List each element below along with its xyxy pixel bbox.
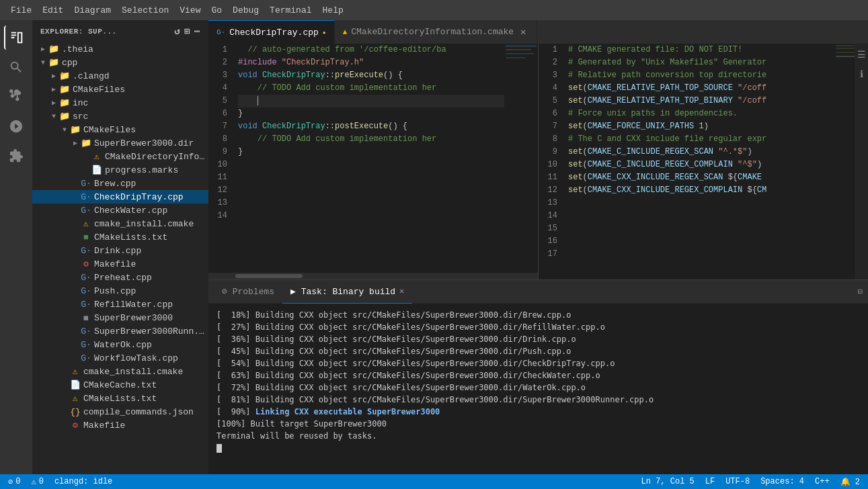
tab-cmakedirinfo[interactable]: ▲ CMakeDirectoryInformation.cmake ✕ — [335, 20, 537, 44]
sidebar-item-superbrewer-runner[interactable]: G· SuperBrewer3000Runn... — [32, 324, 208, 338]
maximize-panel-icon[interactable]: ⊟ — [858, 287, 863, 297]
sidebar-item-compile-commands[interactable]: {} compile_commands.json — [32, 405, 208, 418]
sidebar-item-makefile2[interactable]: ⚙ Makefile — [32, 418, 208, 432]
layout-icon[interactable]: ☰ — [857, 49, 866, 60]
sidebar-item-cmake-install2[interactable]: ⚠ cmake_install.cmake — [32, 365, 208, 378]
sidebar-item-cmakelists2[interactable]: ⚠ CMakeLists.txt — [32, 392, 208, 405]
menu-edit[interactable]: Edit — [37, 3, 69, 18]
svg-rect-3 — [506, 57, 526, 58]
sidebar-item-inc[interactable]: ▶ 📁 inc — [32, 96, 208, 109]
status-encoding[interactable]: UTF-8 — [723, 477, 752, 486]
sidebar-item-refillwater-cpp[interactable]: G· RefillWater.cpp — [32, 298, 208, 311]
terminal-line: [ 54%] Building CXX object src/CMakeFile… — [216, 357, 860, 369]
sidebar-item-cmake-dir-info[interactable]: ⚠ CMakeDirectoryInfor... — [32, 150, 208, 163]
menu-selection[interactable]: Selection — [116, 3, 174, 18]
panel-tab-problems[interactable]: ⊘ Problems — [214, 280, 282, 304]
sidebar-item-superbrewer3000[interactable]: ◼ SuperBrewer3000 — [32, 311, 208, 324]
code-line: set(CMAKE_C_INCLUDE_REGEX_COMPLAIN "^$") — [568, 159, 834, 171]
sidebar-item-workflowtask-cpp[interactable]: G· WorkflowTask.cpp — [32, 351, 208, 365]
menu-go[interactable]: Go — [206, 3, 227, 18]
json-icon: {} — [70, 406, 81, 417]
cmake-warn-icon: ⚠ — [81, 218, 91, 229]
sidebar-item-brew-cpp[interactable]: G· Brew.cpp — [32, 177, 208, 190]
sidebar-title: EXPLORER: SUP... — [40, 28, 117, 36]
status-eol[interactable]: LF — [703, 477, 717, 486]
sidebar-item-drink-cpp[interactable]: G· Drink.cpp — [32, 244, 208, 257]
right-code-lines: # CMAKE generated file: DO NOT EDIT! # G… — [563, 44, 834, 279]
cpp-icon: G· — [81, 299, 91, 310]
status-errors[interactable]: ⊘ 0 — [5, 477, 23, 487]
chevron-icon: ▶ — [38, 44, 48, 54]
sidebar-item-push-cpp[interactable]: G· Push.cpp — [32, 284, 208, 298]
status-bar: ⊘ 0 ⚠ 0 clangd: idle Ln 7, Col 5 LF UTF-… — [0, 474, 868, 489]
menu-help[interactable]: Help — [317, 3, 349, 18]
sidebar-item-clangd[interactable]: ▶ 📁 .clangd — [32, 69, 208, 83]
sidebar-item-cmakelists[interactable]: ■ CMakeLists.txt — [32, 230, 208, 244]
chevron-spacer — [59, 393, 70, 404]
sidebar-item-makefile[interactable]: ⚙ Makefile — [32, 257, 208, 271]
sidebar-item-checkwater-cpp[interactable]: G· CheckWater.cpp — [32, 204, 208, 217]
sidebar-item-cmakefiles[interactable]: ▶ 📁 CMakeFiles — [32, 83, 208, 96]
cpp-icon: G· — [81, 285, 91, 296]
chevron-spacer — [70, 178, 81, 189]
activity-explorer[interactable] — [4, 26, 28, 50]
menu-debug[interactable]: Debug — [227, 3, 264, 18]
activity-git[interactable] — [4, 85, 28, 109]
info-icon[interactable]: ℹ — [860, 69, 863, 80]
sidebar-tree: ▶ 📁 .theia ▼ 📁 cpp ▶ 📁 .clangd ▶ — [32, 42, 208, 474]
menubar: File Edit Diagram Selection View Go Debu… — [0, 0, 868, 20]
right-code-content[interactable]: 12345 678910 1112131415 1617 # CMAKE gen… — [539, 44, 868, 279]
status-spaces[interactable]: Spaces: 4 — [758, 477, 807, 486]
sidebar-item-cmake-install[interactable]: ⚠ cmake_install.cmake — [32, 217, 208, 230]
tab-checkdrip[interactable]: G· CheckDripTray.cpp ● — [208, 20, 335, 44]
activity-search[interactable] — [4, 55, 28, 79]
makefile-icon: ⚙ — [81, 259, 91, 269]
status-clangd[interactable]: clangd: idle — [52, 477, 115, 486]
status-language[interactable]: C++ — [812, 477, 832, 486]
status-position[interactable]: Ln 7, Col 5 — [639, 477, 697, 486]
tab-close-button[interactable]: ✕ — [518, 27, 528, 38]
menu-file[interactable]: File — [5, 3, 37, 18]
status-notifications[interactable]: 🔔 2 — [838, 477, 863, 487]
sidebar-item-src[interactable]: ▼ 📁 src — [32, 109, 208, 123]
terminal-content[interactable]: [ 18%] Building CXX object src/CMakeFile… — [208, 304, 868, 474]
sidebar-item-label: Preheat.cpp — [94, 273, 152, 283]
sidebar-item-cpp[interactable]: ▼ 📁 cpp — [32, 56, 208, 69]
menu-diagram[interactable]: Diagram — [69, 3, 116, 18]
code-line: #include "CheckDripTray.h" — [238, 56, 504, 69]
svg-rect-2 — [506, 53, 534, 54]
folder-icon: 📁 — [48, 57, 59, 68]
new-file-icon[interactable]: ⊞ — [184, 26, 190, 37]
activity-extensions[interactable] — [4, 144, 28, 168]
sidebar-item-src-cmakefiles[interactable]: ▼ 📁 CMakeFiles — [32, 123, 208, 136]
chevron-spacer — [59, 380, 70, 390]
panel-close-button[interactable]: ✕ — [399, 286, 404, 296]
code-line: // auto-generated from '/coffee-editor/b… — [238, 44, 504, 56]
cpp-icon: G· — [81, 178, 91, 189]
more-actions-icon[interactable]: ⋯ — [194, 26, 200, 37]
sidebar-item-waterok-cpp[interactable]: G· WaterOk.cpp — [32, 338, 208, 351]
sidebar-item-superbrewer-dir[interactable]: ▶ 📁 SuperBrewer3000.dir — [32, 136, 208, 150]
panel-tab-task[interactable]: ▶ Task: Binary build ✕ — [282, 280, 412, 304]
refresh-icon[interactable]: ↺ — [174, 26, 180, 37]
activity-debug[interactable] — [4, 114, 28, 138]
code-line: } — [238, 146, 504, 159]
warning-count: 0 — [39, 477, 44, 486]
sidebar-item-preheat-cpp[interactable]: G· Preheat.cpp — [32, 271, 208, 284]
sidebar-item-progress-marks[interactable]: 📄 progress.marks — [32, 163, 208, 177]
chevron-spacer — [59, 406, 70, 417]
error-count: 0 — [15, 477, 20, 486]
folder-icon: 📁 — [70, 124, 81, 135]
sidebar-item-checkdrip-cpp[interactable]: G· CheckDripTray.cpp — [32, 190, 208, 204]
code-line: set(CMAKE_CXX_INCLUDE_REGEX_SCAN ${CMAKE — [568, 171, 834, 184]
status-warnings[interactable]: ⚠ 0 — [28, 477, 46, 487]
sidebar-item-theia[interactable]: ▶ 📁 .theia — [32, 42, 208, 56]
left-code-lines: // auto-generated from '/coffee-editor/b… — [233, 44, 504, 273]
sidebar-item-cmakecache[interactable]: 📄 CMakeCache.txt — [32, 378, 208, 392]
left-scrollbar[interactable] — [208, 273, 538, 279]
tab-label: CheckDripTray.cpp — [229, 28, 319, 38]
panel-tab-label: ⊘ Problems — [222, 286, 274, 297]
menu-view[interactable]: View — [174, 3, 206, 18]
left-code-content[interactable]: 12345 678910 11121314 // auto-generated … — [208, 44, 538, 273]
menu-terminal[interactable]: Terminal — [264, 3, 317, 18]
